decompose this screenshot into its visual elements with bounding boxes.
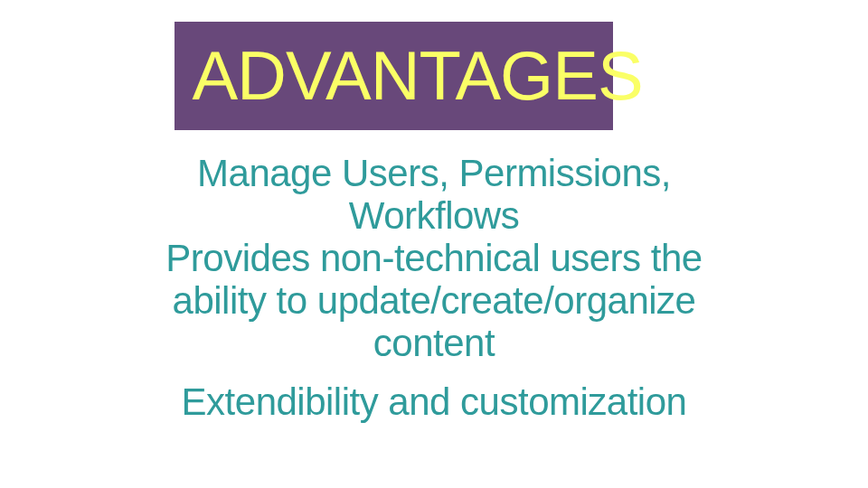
bullet-non-technical: Provides non-technical users the ability…: [140, 237, 728, 364]
body-text: Manage Users, Permissions, Workflows Pro…: [140, 152, 728, 423]
bullet-manage-users: Manage Users, Permissions, Workflows: [140, 152, 728, 237]
bullet-extendibility: Extendibility and customization: [140, 380, 728, 423]
title-box: ADVANTAGES: [175, 22, 613, 130]
slide-title: ADVANTAGES: [192, 42, 642, 110]
slide: ADVANTAGES Manage Users, Permissions, Wo…: [0, 0, 868, 488]
